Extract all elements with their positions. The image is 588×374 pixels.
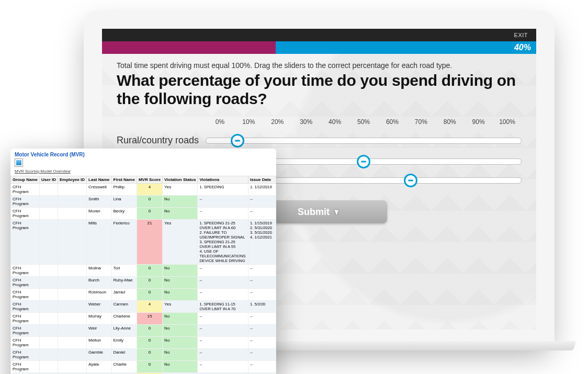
table-row[interactable]: CFH ProgramBurchRuby-Mae0No---- [11,277,276,289]
tick-label: 10% [234,118,263,126]
tick-label: 90% [464,118,493,126]
mvr-table: Group NameUser IDEmployee IDLast NameFir… [10,176,276,374]
cell: 0 [137,361,162,373]
tick-label: 30% [292,118,321,126]
table-row[interactable]: CFH ProgramCresswellPhillip4Yes1. SPEEDI… [11,184,276,196]
export-icon[interactable] [15,158,23,167]
column-header[interactable]: Violations [198,176,248,184]
slider-track[interactable] [206,138,522,144]
column-header[interactable]: Violation Status [163,176,198,184]
cell: No [163,337,198,349]
cell: Daniel [111,349,137,361]
cell: 21 [137,220,162,265]
column-header[interactable]: MVR Score [137,176,162,184]
cell: 0 [137,289,162,301]
cell [40,301,58,313]
table-row[interactable]: CFH ProgramWeirLily-Anne0No---- [11,325,276,337]
cell: 0 [137,349,162,361]
table-row[interactable]: CFH ProgramMurrayCharlene15No---- [11,313,276,325]
column-header[interactable]: User ID [40,176,58,184]
cell [40,220,58,265]
cell [58,289,87,301]
cell: CFH Program [11,184,40,196]
cell: 4 [137,184,162,196]
cell: CFH Program [11,349,40,361]
exit-link[interactable]: EXIT [514,32,528,38]
table-row[interactable]: CFH ProgramSmithLina0No---- [11,196,276,208]
cell: No [163,265,198,277]
cell [40,361,58,373]
cell: Smith [87,196,111,208]
scale-ticks: 0%10%20%30%40%50%60%70%80%90%100% [102,116,536,129]
table-row[interactable]: CFH ProgramWeberCarmen4Yes1. SPEEDING 11… [11,301,276,313]
table-row[interactable]: CFH ProgramMillsFederico21Yes1. SPEEDING… [11,220,276,265]
cell: Emily [111,337,137,349]
cell: -- [248,361,276,373]
table-row[interactable]: CFH ProgramMoranBecky0No---- [11,208,276,220]
cell: -- [248,265,276,277]
mvr-report-window: Motor Vehicle Record (MVR) MVR Scoring M… [10,149,276,374]
cell: Lily-Anne [111,325,137,337]
cell [58,220,87,265]
slider-thumb[interactable] [357,155,370,168]
slider-thumb[interactable] [404,174,417,187]
cell: -- [198,208,248,220]
tick-label: 70% [406,118,435,126]
cell: -- [198,337,248,349]
cell: Yes [163,184,198,196]
cell: CFH Program [11,289,40,301]
cell: Mills [87,220,111,265]
cell: -- [198,196,248,208]
column-header[interactable]: Last Name [87,176,111,184]
cell: 0 [137,196,162,208]
cell: CFH Program [11,337,40,349]
cell: Charlene [111,313,137,325]
progress-label: 40% [514,43,531,52]
slider-thumb[interactable] [231,134,244,148]
cell: Charlie [111,361,137,373]
cell: CFH Program [11,208,40,220]
cell: Robinson [87,289,111,301]
cell: Ruby-Mae [111,277,137,289]
cell: No [163,289,198,301]
cell: No [163,277,198,289]
cell: Lina [111,196,137,208]
cell [40,325,58,337]
cell [40,349,58,361]
table-row[interactable]: CFH ProgramGambleDaniel0No---- [11,349,276,361]
column-header[interactable]: Employee ID [58,176,87,184]
cell: -- [198,361,248,373]
column-header[interactable]: Group Name [11,176,40,184]
cell [40,208,58,220]
cell [40,196,58,208]
cell [58,277,87,289]
table-row[interactable]: CFH ProgramMeltonEmily0No---- [11,337,276,349]
tick-label: 60% [378,118,406,126]
column-header[interactable]: Issue Date [248,176,276,184]
cell [58,349,87,361]
cell: 1. 1/12/2019 [248,184,276,196]
question-text: What percentage of your time do you spen… [102,70,536,116]
column-header[interactable]: First Name [111,176,137,184]
cell: Burch [87,277,111,289]
table-row[interactable]: CFH ProgramRobinsonJarrad0No---- [11,289,276,301]
cell: CFH Program [11,301,40,313]
cell: 0 [137,337,162,349]
tick-label: 20% [263,118,292,126]
report-subtitle: MVR Scoring Model Overview [10,169,276,176]
cell [40,265,58,277]
cell: 1. 5/2/20 [248,301,276,313]
cell [58,184,87,196]
cell: Ayala [87,361,111,373]
cell [58,301,87,313]
table-row[interactable]: CFH ProgramMolinaTori0No---- [11,265,276,277]
progress-bar: 40% [102,41,536,54]
tick-label: 50% [349,118,378,126]
cell: -- [248,325,276,337]
table-row[interactable]: CFH ProgramAyalaCharlie0No---- [11,361,276,373]
cell: -- [198,313,248,325]
cell: Carmen [111,301,137,313]
cell: Federico [111,220,137,265]
cell: 0 [137,277,162,289]
cell: No [163,196,198,208]
